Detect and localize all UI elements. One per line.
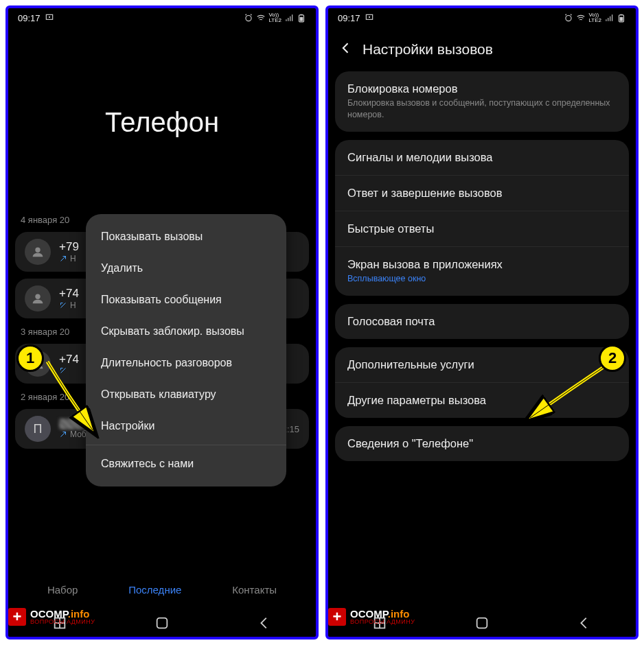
missed-icon	[59, 301, 67, 309]
settings-group: Блокировка номеров Блокировка вызовов и …	[335, 71, 629, 132]
lte-icon: Vo))LTE2	[268, 12, 281, 23]
menu-callduration[interactable]: Длительность разговоров	[86, 347, 286, 379]
app-title: Телефон	[8, 107, 316, 138]
menu-contactus[interactable]: Свяжитесь с нами	[86, 448, 286, 480]
back-button[interactable]	[339, 40, 353, 59]
watermark-plus-icon: +	[328, 608, 346, 626]
menu-settings[interactable]: Настройки	[86, 410, 286, 442]
statusbar: 09:17 Vo))LTE2	[328, 8, 636, 25]
svg-point-7	[35, 294, 40, 299]
settings-header: Настройки вызовов	[328, 25, 636, 71]
settings-row-blocknumbers[interactable]: Блокировка номеров Блокировка вызовов и …	[335, 71, 629, 132]
statusbar: 09:17 Vo))LTE2	[8, 8, 316, 25]
svg-point-12	[566, 16, 571, 21]
watermark: + OCOMP.info ВОПРОСЫ АДМИНУ	[8, 608, 95, 626]
menu-showmessages[interactable]: Показывать сообщения	[86, 284, 286, 316]
screenshot-icon	[45, 13, 54, 23]
outgoing-icon	[59, 430, 67, 438]
svg-point-1	[48, 16, 49, 18]
settings-row-quickreplies[interactable]: Быстрые ответы	[335, 211, 629, 247]
settings-row-ringtones[interactable]: Сигналы и мелодии вызова	[335, 140, 629, 176]
chevron-left-icon	[339, 41, 353, 55]
tab-contacts[interactable]: Контакты	[232, 584, 277, 596]
settings-row-supplementary[interactable]: Дополнительные услуги	[335, 347, 629, 383]
wifi-icon	[256, 13, 266, 23]
phone-screen-2: 09:17 Vo))LTE2 Настройки вызовов Блокиро…	[325, 5, 639, 640]
svg-rect-14	[620, 14, 623, 15]
signal-icon	[284, 13, 294, 23]
settings-group: Дополнительные услуги Другие параметры в…	[335, 347, 629, 418]
menu-divider	[86, 445, 286, 445]
status-time: 09:17	[18, 13, 41, 23]
svg-point-2	[246, 16, 251, 21]
missed-icon	[59, 366, 67, 375]
avatar	[25, 239, 51, 265]
annotation-badge-2: 2	[599, 344, 626, 372]
alarm-icon	[564, 13, 573, 23]
svg-point-6	[35, 248, 40, 253]
menu-hideblocked[interactable]: Скрывать заблокир. вызовы	[86, 316, 286, 347]
menu-showcalls[interactable]: Показывать вызовы	[86, 221, 286, 253]
svg-rect-16	[477, 618, 487, 629]
menu-openkeyboard[interactable]: Открывать клавиатуру	[86, 379, 286, 410]
alarm-icon	[244, 13, 253, 23]
svg-rect-5	[300, 17, 303, 21]
svg-rect-4	[300, 14, 303, 15]
tab-recent[interactable]: Последние	[128, 584, 181, 596]
settings-row-voicemail[interactable]: Голосовая почта	[335, 304, 629, 339]
phone-screen-1: 09:17 Vo))LTE2 Телефон 4 января 20 +79 Н…	[5, 5, 319, 640]
bottom-tabs: Набор Последние Контакты	[8, 574, 316, 605]
back-icon[interactable]	[257, 615, 272, 631]
svg-rect-9	[157, 618, 168, 629]
lte-icon: Vo))LTE2	[588, 12, 601, 23]
status-time: 09:17	[338, 13, 360, 23]
wifi-icon	[576, 13, 586, 23]
settings-group: Сигналы и мелодии вызова Ответ и заверше…	[335, 140, 629, 296]
signal-icon	[604, 13, 614, 23]
menu-delete[interactable]: Удалить	[86, 253, 286, 284]
battery-icon	[297, 13, 306, 23]
settings-group: Голосовая почта	[335, 304, 629, 339]
outgoing-icon	[59, 255, 67, 263]
settings-row-aboutphone[interactable]: Сведения о "Телефоне"	[335, 426, 629, 461]
settings-row-callscreeninapps[interactable]: Экран вызова в приложениях Всплывающее о…	[335, 247, 629, 296]
settings-title: Настройки вызовов	[363, 41, 493, 58]
settings-row-othercall[interactable]: Другие параметры вызова	[335, 383, 629, 418]
avatar: П	[25, 416, 51, 442]
svg-rect-15	[620, 17, 623, 21]
watermark-plus-icon: +	[8, 608, 26, 626]
svg-point-11	[368, 16, 369, 18]
screenshot-icon	[365, 13, 374, 23]
settings-group: Сведения о "Телефоне"	[335, 426, 629, 461]
settings-row-answerend[interactable]: Ответ и завершение вызовов	[335, 176, 629, 211]
back-icon[interactable]	[577, 615, 592, 631]
watermark: + OCOMP.info ВОПРОСЫ АДМИНУ	[328, 608, 415, 626]
tab-dial[interactable]: Набор	[47, 584, 78, 596]
home-icon[interactable]	[474, 615, 490, 631]
avatar	[25, 285, 51, 312]
annotation-badge-1: 1	[16, 344, 44, 372]
overflow-menu: Показывать вызовы Удалить Показывать соо…	[86, 214, 286, 486]
home-icon[interactable]	[154, 615, 170, 631]
battery-icon	[617, 13, 626, 23]
